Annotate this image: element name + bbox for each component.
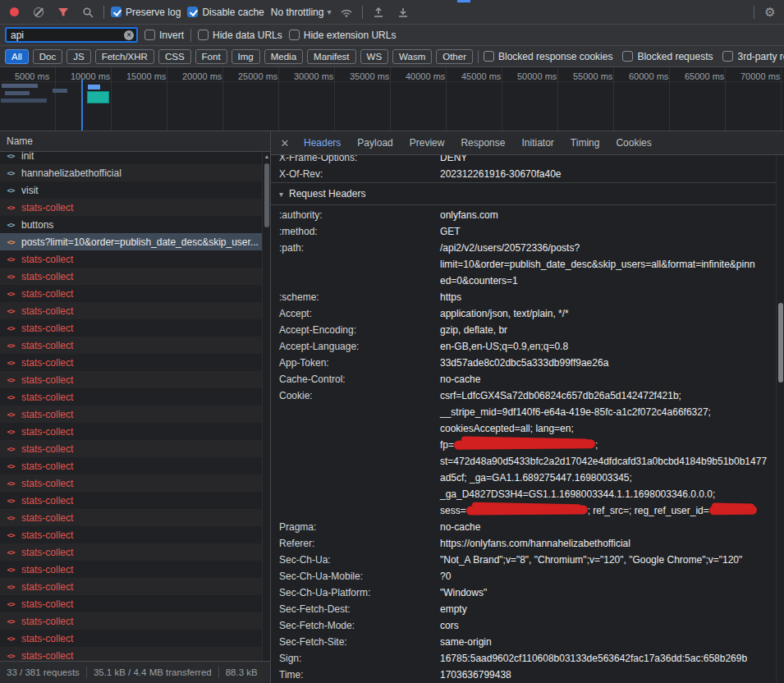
- header-value[interactable]: /api2/v2/users/20572336/posts?limit=10&o…: [440, 240, 755, 289]
- request-row[interactable]: <>hannahelizabethofficial: [0, 164, 270, 181]
- filter-chip-other[interactable]: Other: [436, 49, 473, 64]
- request-row[interactable]: <>stats-collect: [0, 578, 270, 595]
- timeline-column[interactable]: 65000 ms: [670, 67, 726, 131]
- filter-chip-manifest[interactable]: Manifest: [307, 49, 355, 64]
- header-value[interactable]: "Windows": [440, 584, 487, 601]
- header-name[interactable]: Accept:: [279, 305, 440, 322]
- request-row[interactable]: <>stats-collect: [0, 388, 270, 406]
- scroll-up-icon[interactable]: ▲: [264, 154, 270, 159]
- header-name[interactable]: Cache-Control:: [279, 371, 440, 387]
- filter-input[interactable]: [7, 30, 136, 41]
- disable-cache-checkbox[interactable]: Disable cache: [187, 7, 264, 18]
- header-value[interactable]: ?0: [440, 568, 451, 584]
- request-row[interactable]: <>stats-collect: [0, 561, 270, 578]
- tab-preview[interactable]: Preview: [401, 131, 453, 155]
- name-column-header[interactable]: Name: [0, 131, 270, 152]
- header-value[interactable]: no-cache: [440, 519, 480, 535]
- header-name[interactable]: Cookie:: [279, 387, 440, 519]
- timeline-column[interactable]: 70000 ms: [726, 67, 782, 131]
- request-row[interactable]: <>stats-collect: [0, 199, 270, 216]
- header-value[interactable]: https://onlyfans.com/hannahelizabethoffi…: [440, 535, 630, 552]
- throttling-select[interactable]: No throttling ▾: [271, 7, 332, 18]
- disclosure-triangle-icon[interactable]: ▾: [279, 190, 283, 199]
- request-row[interactable]: <>stats-collect: [0, 423, 270, 440]
- request-headers-section[interactable]: ▾ Request Headers: [279, 183, 774, 204]
- header-name[interactable]: Sec-Ch-Ua-Mobile:: [279, 568, 440, 584]
- timeline-column[interactable]: 30000 ms: [279, 67, 335, 131]
- header-name[interactable]: Sec-Ch-Ua-Platform:: [279, 584, 440, 601]
- request-row[interactable]: <>stats-collect: [0, 647, 270, 661]
- request-row[interactable]: <>stats-collect: [0, 371, 270, 388]
- import-har-button[interactable]: [369, 4, 387, 21]
- close-details-icon[interactable]: ✕: [274, 137, 296, 149]
- tab-timing[interactable]: Timing: [562, 131, 608, 155]
- network-overview-timeline[interactable]: 5000 ms10000 ms15000 ms20000 ms25000 ms3…: [0, 67, 784, 131]
- invert-checkbox[interactable]: Invert: [144, 30, 184, 41]
- filter-chip-img[interactable]: Img: [232, 49, 260, 64]
- export-har-button[interactable]: [394, 4, 412, 21]
- request-row[interactable]: <>posts?limit=10&order=publish_date_desc…: [0, 233, 270, 250]
- hide-extension-urls-checkbox[interactable]: Hide extension URLs: [289, 30, 397, 41]
- header-value[interactable]: 16785:5aad9602cf110608b03133de563642fac1…: [440, 650, 747, 667]
- clear-network-log-button[interactable]: [30, 4, 48, 21]
- request-row[interactable]: <>visit: [0, 181, 270, 199]
- header-name[interactable]: :path:: [279, 240, 440, 289]
- header-value[interactable]: 33d57ade8c02dbc5a333db99ff9ae26a: [440, 355, 608, 371]
- tab-cookies[interactable]: Cookies: [607, 131, 659, 155]
- scrollbar-thumb[interactable]: [778, 303, 783, 383]
- filter-toggle-button[interactable]: [54, 4, 72, 21]
- header-value[interactable]: 202312261916-30670fa40e: [440, 166, 561, 182]
- header-name[interactable]: Sec-Ch-Ua:: [279, 552, 440, 568]
- header-name[interactable]: Sec-Fetch-Dest:: [279, 601, 440, 617]
- timeline-column[interactable]: 25000 ms: [223, 67, 279, 131]
- preserve-log-checkbox[interactable]: Preserve log: [111, 7, 181, 18]
- hide-data-urls-checkbox[interactable]: Hide data URLs: [198, 30, 282, 41]
- request-row[interactable]: <>stats-collect: [0, 440, 270, 457]
- header-name[interactable]: :authority:: [279, 207, 440, 223]
- header-name[interactable]: X-Frame-Options:: [279, 155, 440, 166]
- header-name[interactable]: X-Of-Rev:: [279, 166, 440, 182]
- filter-chip-css[interactable]: CSS: [158, 49, 191, 64]
- network-conditions-button[interactable]: [337, 4, 355, 21]
- clear-filter-icon[interactable]: ✕: [124, 30, 134, 40]
- 3rd-party-requests-checkbox[interactable]: 3rd-party requests: [722, 51, 784, 62]
- timeline-column[interactable]: 10000 ms: [56, 67, 112, 131]
- request-row[interactable]: <>stats-collect: [0, 337, 270, 354]
- header-value[interactable]: csrf=LdfcGX4Sa72db06824c657db26a5d142472…: [440, 387, 767, 519]
- request-row[interactable]: <>stats-collect: [0, 319, 270, 337]
- tab-payload[interactable]: Payload: [349, 131, 401, 155]
- header-name[interactable]: App-Token:: [279, 355, 440, 371]
- request-row[interactable]: <>init: [0, 152, 270, 164]
- header-value[interactable]: same-origin: [440, 634, 492, 650]
- header-value[interactable]: https: [440, 289, 461, 305]
- request-row[interactable]: <>stats-collect: [0, 406, 270, 423]
- request-row[interactable]: <>stats-collect: [0, 595, 270, 612]
- tab-initiator[interactable]: Initiator: [513, 131, 562, 155]
- filter-chip-media[interactable]: Media: [264, 49, 303, 64]
- header-value[interactable]: gzip, deflate, br: [440, 322, 507, 338]
- header-name[interactable]: :scheme:: [279, 289, 440, 305]
- timeline-column[interactable]: 45000 ms: [447, 67, 502, 131]
- timeline-column[interactable]: 15000 ms: [112, 67, 167, 131]
- filter-chip-js[interactable]: JS: [66, 49, 90, 64]
- filter-chip-ws[interactable]: WS: [360, 49, 389, 64]
- settings-button[interactable]: ⚙: [761, 4, 779, 21]
- header-name[interactable]: Sign:: [279, 650, 440, 667]
- header-value[interactable]: onlyfans.com: [440, 207, 498, 223]
- header-value[interactable]: DENY: [440, 155, 467, 166]
- header-value[interactable]: "Not_A Brand";v="8", "Chromium";v="120",…: [440, 552, 742, 568]
- timeline-column[interactable]: 40000 ms: [391, 67, 447, 131]
- timeline-column[interactable]: 55000 ms: [558, 67, 614, 131]
- tab-response[interactable]: Response: [452, 131, 513, 155]
- header-value[interactable]: empty: [440, 601, 467, 617]
- request-row[interactable]: <>stats-collect: [0, 509, 270, 526]
- header-value[interactable]: 1703636799438: [440, 667, 511, 683]
- record-button[interactable]: [5, 4, 23, 21]
- request-row[interactable]: <>stats-collect: [0, 630, 270, 647]
- header-value[interactable]: GET: [440, 223, 461, 240]
- request-row[interactable]: <>stats-collect: [0, 526, 270, 543]
- timeline-column[interactable]: 5000 ms: [0, 67, 56, 131]
- header-name[interactable]: Pragma:: [279, 519, 440, 535]
- header-name[interactable]: Time:: [279, 667, 440, 683]
- scrollbar-thumb[interactable]: [264, 163, 269, 227]
